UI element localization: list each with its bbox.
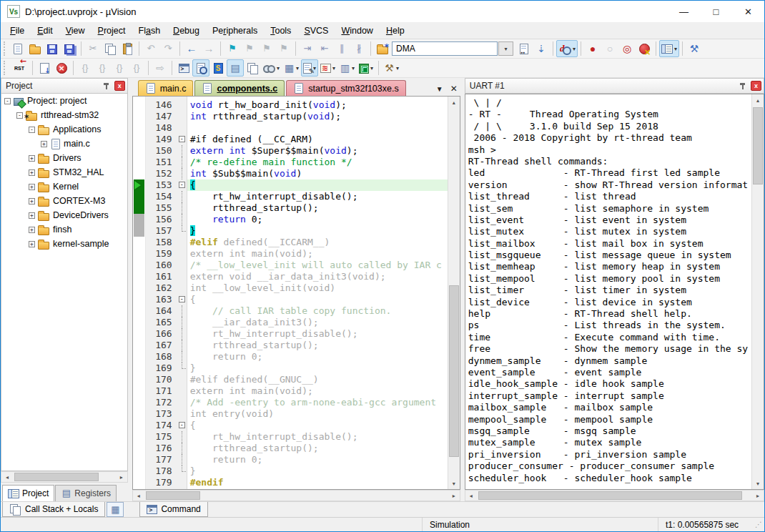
next-bookmark-button[interactable]: ⚑ <box>241 40 258 57</box>
code-line-176[interactable]: 176 rtthread_startup(); <box>146 443 448 454</box>
scroll-left-icon[interactable]: ◂ <box>465 491 477 501</box>
toolbar-grip[interactable] <box>4 61 6 75</box>
cut-button[interactable]: ✂ <box>84 40 102 57</box>
tree-item-drivers[interactable]: +Drivers <box>1 151 127 165</box>
indent-button[interactable]: ⇥ <box>299 40 316 57</box>
fold-collapse-icon[interactable]: - <box>179 422 185 428</box>
tree-item-applications[interactable]: -Applications <box>1 122 127 137</box>
step-out-button[interactable]: {} <box>111 59 128 77</box>
tree-expander-icon[interactable]: + <box>29 184 35 190</box>
scroll-track[interactable] <box>477 491 752 501</box>
scroll-down-icon[interactable]: ▾ <box>448 478 460 489</box>
fold-collapse-icon[interactable]: - <box>179 182 185 188</box>
code-line-153[interactable]: 153-{ <box>146 179 448 191</box>
code-line-169[interactable]: 169} <box>146 363 448 374</box>
tree-item-main-c[interactable]: +main.c <box>1 137 127 151</box>
tree-expander-icon[interactable]: + <box>29 227 35 233</box>
tree-expander-icon[interactable]: - <box>4 98 11 104</box>
reset-button[interactable]: RST <box>9 59 29 77</box>
call-stack-window-button[interactable] <box>244 59 261 77</box>
registers-window-button[interactable]: ▤ <box>227 59 244 77</box>
editor-tab-components-c[interactable]: components.c <box>194 80 285 96</box>
tree-expander-icon[interactable]: + <box>29 198 35 205</box>
uart-horizontal-scrollbar[interactable]: ◂ ▸ <box>465 490 764 501</box>
code-line-160[interactable]: 160/* __low_level_init will auto called … <box>146 260 448 271</box>
scroll-thumb[interactable] <box>449 285 459 457</box>
search-combo-dropdown[interactable]: ▾ <box>498 41 513 56</box>
menu-svcs[interactable]: SVCS <box>297 24 335 38</box>
tree-expander-icon[interactable]: + <box>41 141 47 147</box>
find-in-files-dialog-button[interactable] <box>374 40 391 57</box>
project-horizontal-scrollbar[interactable]: ◂ ▸ <box>1 471 128 483</box>
tree-item-devicedrivers[interactable]: +DeviceDrivers <box>1 208 127 222</box>
kill-breakpoints-button[interactable] <box>636 40 653 57</box>
disable-breakpoint-button[interactable]: ○ <box>601 40 618 57</box>
open-file-button[interactable] <box>26 40 44 57</box>
code-line-175[interactable]: 175 rt_hw_interrupt_disable(); <box>146 431 448 443</box>
code-line-155[interactable]: 155 rtthread_startup(); <box>146 202 448 214</box>
menu-help[interactable]: Help <box>380 24 411 38</box>
clear-bookmarks-button[interactable]: ⚑ <box>275 40 292 57</box>
menu-peripherals[interactable]: Peripherals <box>206 24 264 38</box>
scroll-up-icon[interactable]: ▴ <box>752 94 764 106</box>
menu-view[interactable]: View <box>59 24 92 38</box>
insert-bookmark-button[interactable]: ⚑ <box>224 40 241 57</box>
code-line-157[interactable]: 157} <box>146 225 448 237</box>
pin-icon[interactable] <box>103 82 110 90</box>
trace-window-button[interactable]: ▥▾ <box>337 59 357 77</box>
code-line-158[interactable]: 158#elif defined(__ICCARM__) <box>146 237 448 248</box>
menu-tools[interactable]: Tools <box>264 24 297 38</box>
code-line-154[interactable]: 154 rt_hw_interrupt_disable(); <box>146 191 448 202</box>
code-line-151[interactable]: 151/* re-define main function */ <box>146 157 448 168</box>
watch-window-button[interactable]: ▾ <box>261 59 282 77</box>
scroll-track[interactable] <box>144 491 448 501</box>
uncomment-button[interactable]: ∦ <box>350 40 367 57</box>
find-in-files-button[interactable] <box>515 40 533 57</box>
uart-console[interactable]: \ | /- RT - Thread Operating System / | … <box>465 94 751 489</box>
menu-window[interactable]: Window <box>335 24 379 38</box>
scroll-track[interactable] <box>752 106 764 478</box>
fold-collapse-icon[interactable]: - <box>179 136 185 142</box>
pin-icon[interactable] <box>739 82 746 90</box>
editor-tab-main-c[interactable]: main.c <box>138 80 194 96</box>
copy-button[interactable] <box>102 40 119 57</box>
code-line-174[interactable]: 174-{ <box>146 420 448 431</box>
step-over-button[interactable]: {} <box>94 59 111 77</box>
menu-edit[interactable]: Edit <box>31 24 59 38</box>
editor-vertical-scrollbar[interactable]: ▴ ▾ <box>448 97 460 489</box>
code-line-172[interactable]: 172/* Add -eentry to arm-none-eabi-gcc a… <box>146 397 448 408</box>
command-dock-tab[interactable]: Command <box>139 502 207 517</box>
scroll-down-icon[interactable]: ▾ <box>752 478 764 489</box>
project-panel-close-icon[interactable]: x <box>114 81 125 91</box>
code-line-167[interactable]: 167 rtthread_startup(); <box>146 340 448 351</box>
close-button[interactable]: ✕ <box>732 1 764 22</box>
code-line-173[interactable]: 173int entry(void) <box>146 408 448 420</box>
panel-tab-registers[interactable]: ▤Registers <box>55 485 117 501</box>
tree-item-kernel-sample[interactable]: +kernel-sample <box>1 237 127 251</box>
code-line-162[interactable]: 162int __low_level_init(void) <box>146 282 448 294</box>
scroll-left-icon[interactable]: ◂ <box>133 491 144 501</box>
debug-query-button[interactable]: d▾ <box>556 40 578 57</box>
scroll-thumb[interactable] <box>14 473 99 481</box>
previous-bookmark-button[interactable]: ⚑ <box>258 40 275 57</box>
code-line-148[interactable]: 148 <box>146 122 448 134</box>
code-line-147[interactable]: 147int rtthread_startup(void); <box>146 111 448 122</box>
code-line-171[interactable]: 171extern int main(void); <box>146 385 448 397</box>
new-file-button[interactable] <box>9 40 26 57</box>
tree-item-finsh[interactable]: +finsh <box>1 222 127 237</box>
callstack-dock-tab[interactable]: Call Stack + Locals <box>2 502 105 517</box>
run-to-cursor-button[interactable]: {} <box>128 59 145 77</box>
undo-button[interactable]: ↶ <box>142 40 159 57</box>
tree-expander-icon[interactable]: + <box>29 169 35 176</box>
tree-expander-icon[interactable]: - <box>16 112 23 119</box>
minimize-button[interactable]: — <box>668 1 700 22</box>
code-line-168[interactable]: 168 return 0; <box>146 351 448 363</box>
tree-item-rtthread-stm32[interactable]: -rtthread-stm32 <box>1 108 127 122</box>
code-line-159[interactable]: 159extern int main(void); <box>146 248 448 260</box>
editor-horizontal-scrollbar[interactable]: ◂ ▸ <box>132 490 460 501</box>
stop-button[interactable] <box>53 59 70 77</box>
window-list-button[interactable]: ▾ <box>659 40 679 57</box>
menu-debug[interactable]: Debug <box>167 24 206 38</box>
save-all-button[interactable] <box>61 40 78 57</box>
command-window-button[interactable] <box>175 59 192 77</box>
